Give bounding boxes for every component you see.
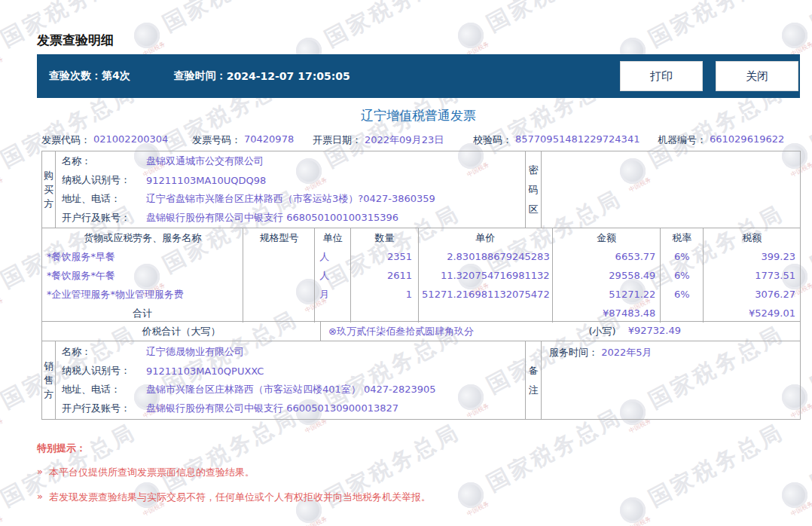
buyer-bank-row: 开户行及账号： 盘锦银行股份有限公司中银支行 66805010010031539… <box>56 209 525 228</box>
item-row: *餐饮服务*午餐 人 2611 11.320754716981132 29558… <box>42 266 800 285</box>
sum-uppercase-amount: ⊗玖万贰仟柒佰叁拾贰圆肆角玖分 <box>328 325 474 338</box>
seller-bank-value: 盘锦银行股份有限公司中银支行 660050130900013827 <box>146 402 398 415</box>
seller-name-row: 名称： 辽宁德晟物业有限公司 <box>56 343 525 362</box>
seller-address-value: 盘锦市兴隆台区庄林路西（市客运站四楼401室） 0427-2823905 <box>146 383 436 396</box>
total-tax: ¥5249.01 <box>704 304 800 323</box>
items-header-row: 货物或应税劳务、服务名称 规格型号 单位 数量 单价 金额 税率 税额 <box>42 228 800 247</box>
check-code-label: 校验码： <box>473 133 512 147</box>
bullet-icon: » <box>37 466 43 479</box>
invoice-title: 辽宁增值税普通发票 <box>37 107 800 124</box>
buyer-taxid-value: 91211103MA10UQDQ98 <box>146 175 266 186</box>
item-unit: 人 <box>315 247 351 266</box>
item-tax: 3076.27 <box>704 285 800 304</box>
item-amount: 6653.77 <box>553 247 661 266</box>
bullet-icon: » <box>37 491 43 504</box>
sum-section: 价税合计（大写） ⊗玖万贰仟柒佰叁拾贰圆肆角玖分 (小写) ¥92732.49 <box>41 321 801 341</box>
total-label: 合计 <box>42 304 243 323</box>
seller-fields: 名称： 辽宁德晟物业有限公司 纳税人识别号： 91211103MA10QPUXX… <box>56 341 525 419</box>
item-tax: 399.23 <box>704 247 800 266</box>
sum-lowercase-label: (小写) <box>589 325 616 338</box>
buyer-name-value: 盘锦双通城市公交有限公司 <box>146 154 264 168</box>
buyer-address-value: 辽宁省盘锦市兴隆台区庄林路西（市客运站3楼）?0427-3860359 <box>146 192 435 206</box>
col-header-unit: 单位 <box>315 228 351 247</box>
notice-item: » 若发现发票查验结果与实际交易不符，任何单位或个人有权拒收并向当地税务机关举报… <box>37 491 431 504</box>
close-button[interactable]: 关闭 <box>716 61 798 91</box>
invoice-code-value: 021002200304 <box>93 133 168 147</box>
verify-time-label: 查验时间： <box>174 69 227 83</box>
password-area <box>542 151 800 228</box>
header-buttons: 打印 关闭 <box>620 61 798 91</box>
seller-address-label: 地址、电话： <box>56 383 146 396</box>
invoice-date: 开票日期： 2022年09月23日 <box>313 133 473 147</box>
seller-address-row: 地址、电话： 盘锦市兴隆台区庄林路西（市客运站四楼401室） 0427-2823… <box>56 381 525 399</box>
seller-name-label: 名称： <box>56 345 146 359</box>
buyer-name-row: 名称： 盘锦双通城市公交有限公司 <box>56 152 525 171</box>
col-header-price: 单价 <box>419 228 553 247</box>
item-price: 51271.216981132075472 <box>419 285 553 304</box>
items-section: 货物或应税劳务、服务名称 规格型号 单位 数量 单价 金额 税率 税额 *餐饮服… <box>41 228 801 322</box>
item-rate: 6% <box>661 285 704 304</box>
item-qty: 2351 <box>351 247 419 266</box>
item-name: *餐饮服务*午餐 <box>42 266 243 285</box>
seller-section: 销售方 名称： 辽宁德晟物业有限公司 纳税人识别号： 91211103MA10Q… <box>41 341 801 420</box>
seller-taxid-row: 纳税人识别号： 91211103MA10QPUXXC <box>56 362 525 381</box>
total-rate-empty <box>661 304 704 323</box>
item-spec <box>243 247 315 266</box>
seller-bank-label: 开户行及账号： <box>56 402 146 415</box>
check-code: 校验码： 85770951481229724341 <box>473 133 658 147</box>
notice-item: » 本平台仅提供所查询发票票面信息的查验结果。 <box>37 466 431 479</box>
buyer-taxid-label: 纳税人识别号： <box>56 173 146 187</box>
buyer-section: 购买方 名称： 盘锦双通城市公交有限公司 纳税人识别号： 91211103MA1… <box>41 151 801 228</box>
password-area-side-label: 密码区 <box>525 151 542 228</box>
item-rate: 6% <box>661 247 704 266</box>
page-title: 发票查验明细 <box>37 32 114 49</box>
invoice-date-value: 2022年09月23日 <box>365 133 444 147</box>
seller-side-label: 销售方 <box>42 341 56 419</box>
verify-time-value: 2024-12-07 17:05:05 <box>227 70 350 82</box>
total-spec-empty <box>243 304 315 323</box>
item-rate: 6% <box>661 266 704 285</box>
verify-count-label: 查验次数： <box>49 69 102 83</box>
buyer-bank-value: 盘锦银行股份有限公司中银支行 668050100100315396 <box>146 211 398 225</box>
col-header-amount: 金额 <box>553 228 661 247</box>
verify-count-value: 第4次 <box>102 69 130 83</box>
seller-taxid-value: 91211103MA10QPUXXC <box>146 365 264 377</box>
item-amount: 51271.22 <box>553 285 661 304</box>
item-unit: 人 <box>315 266 351 285</box>
buyer-side-label: 购买方 <box>42 151 56 228</box>
verify-count: 查验次数： 第4次 <box>49 69 130 83</box>
service-time-value: 2022年5月 <box>601 347 652 358</box>
sum-lowercase-value: ¥92732.49 <box>628 325 681 338</box>
buyer-address-row: 地址、电话： 辽宁省盘锦市兴隆台区庄林路西（市客运站3楼）?0427-38603… <box>56 190 525 209</box>
total-unit-empty <box>315 304 351 323</box>
buyer-address-label: 地址、电话： <box>56 192 146 206</box>
service-time-label: 服务时间： <box>549 347 598 358</box>
invoice-code-label: 发票代码： <box>41 133 90 147</box>
invoice-number-value: 70420978 <box>244 133 294 147</box>
invoice-meta-row: 发票代码： 021002200304 发票号码： 70420978 开票日期： … <box>41 133 801 147</box>
seller-name-value: 辽宁德晟物业有限公司 <box>146 345 244 359</box>
sum-label: 价税合计（大写） <box>42 322 321 341</box>
buyer-taxid-row: 纳税人识别号： 91211103MA10UQDQ98 <box>56 171 525 190</box>
invoice-number-label: 发票号码： <box>192 133 241 147</box>
col-header-tax: 税额 <box>704 228 800 247</box>
machine-number: 机器编号： 661029619622 <box>658 133 784 147</box>
notice-text: 本平台仅提供所查询发票票面信息的查验结果。 <box>49 466 255 479</box>
sum-lowercase-group: (小写) ¥92732.49 <box>589 325 681 338</box>
check-code-value: 85770951481229724341 <box>515 133 640 147</box>
special-notice: 特别提示： » 本平台仅提供所查询发票票面信息的查验结果。 » 若发现发票查验结… <box>37 442 431 515</box>
col-header-qty: 数量 <box>351 228 419 247</box>
print-button[interactable]: 打印 <box>620 61 703 91</box>
remark-side-label: 备注 <box>525 341 542 419</box>
buyer-bank-label: 开户行及账号： <box>56 211 146 225</box>
item-unit: 月 <box>315 285 351 304</box>
total-price-empty <box>419 304 553 323</box>
total-amount: ¥87483.48 <box>553 304 661 323</box>
item-name: *餐饮服务*早餐 <box>42 247 243 266</box>
item-price: 2.830188679245283 <box>419 247 553 266</box>
item-name: *企业管理服务*物业管理服务费 <box>42 285 243 304</box>
invoice-table: 购买方 名称： 盘锦双通城市公交有限公司 纳税人识别号： 91211103MA1… <box>41 151 801 420</box>
remark-area: 服务时间： 2022年5月 <box>542 341 800 419</box>
item-price: 11.320754716981132 <box>419 266 553 285</box>
verify-time: 查验时间： 2024-12-07 17:05:05 <box>174 69 350 83</box>
